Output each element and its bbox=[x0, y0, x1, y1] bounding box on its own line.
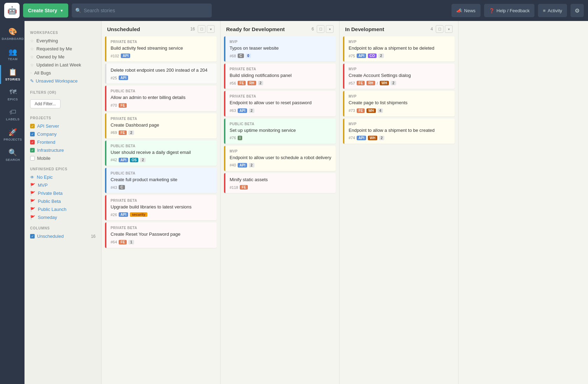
sidebar-item-all-bugs[interactable]: ○ All Bugs bbox=[24, 69, 101, 77]
project-checkbox-mobile bbox=[30, 156, 35, 161]
tag-api: API bbox=[238, 108, 247, 113]
unsaved-workspace-link[interactable]: ✎ Unsaved Workspace bbox=[24, 77, 101, 85]
card-75[interactable]: MVP Endpoint to allow a shipment to be d… bbox=[343, 36, 455, 62]
card-meta: #63 API 2 bbox=[230, 108, 331, 113]
card-70[interactable]: PUBLIC BETA Allow an admin to enter bill… bbox=[105, 86, 217, 111]
card-68[interactable]: MVP Typos on teaser website #68 C 0 bbox=[224, 36, 336, 62]
sidebar-item-stories[interactable]: 📋 STORIES bbox=[0, 65, 24, 84]
column-unscheduled: Unscheduled 16 ☐ ▾ PRIVATE BETA Build ac… bbox=[102, 21, 220, 384]
sidebar-item-epics[interactable]: 🗺 EPICS bbox=[0, 85, 24, 104]
count-badge: 2 bbox=[128, 130, 134, 135]
card-id: #76 bbox=[230, 136, 236, 140]
column-unscheduled[interactable]: ✓ Unscheduled 16 bbox=[24, 232, 101, 240]
card-76[interactable]: PUBLIC BETA Set up uptime monitoring ser… bbox=[224, 119, 336, 144]
card-epic: PRIVATE BETA bbox=[230, 94, 331, 98]
column-title-indev: In Development bbox=[345, 26, 428, 32]
projects-icon: 🚀 bbox=[8, 128, 17, 136]
search-nav-icon: 🔍 bbox=[8, 148, 17, 157]
tag-os: OS bbox=[130, 158, 138, 162]
card-epic: PUBLIC BETA bbox=[111, 89, 212, 93]
sidebar-item-updated-last-week[interactable]: ☆ Updated in Last Week bbox=[24, 61, 101, 69]
sidebar-item-team[interactable]: 👥 TEAM bbox=[0, 45, 24, 64]
sidebar-item-labels[interactable]: 🏷 LABELS bbox=[0, 105, 24, 124]
epic-public-launch[interactable]: 🚩 Public Launch bbox=[24, 205, 101, 213]
project-api-server[interactable]: ✓ API Server bbox=[24, 122, 101, 130]
card-title: Endpoint to allow a shipment to be creat… bbox=[349, 127, 450, 134]
tag-fe: FE bbox=[119, 240, 127, 244]
tag-c: C bbox=[238, 54, 244, 58]
tag-rh: RH bbox=[366, 81, 375, 85]
sidebar-item-dashboard[interactable]: 🎨 DASHBOARD bbox=[0, 24, 24, 43]
help-feedback-button[interactable]: ❓ Help / Feedback bbox=[484, 4, 535, 17]
settings-button[interactable]: ⚙ bbox=[570, 4, 584, 17]
card-25[interactable]: Delete robot endpoint uses 200 instead o… bbox=[105, 64, 217, 84]
card-102[interactable]: PRIVATE BETA Build activity feed streami… bbox=[105, 36, 217, 62]
card-43[interactable]: PUBLIC BETA Create full product marketin… bbox=[105, 168, 217, 193]
card-57[interactable]: MVP Create Account Settings dialog #57 F… bbox=[343, 64, 455, 89]
card-73[interactable]: MVP Create page to list shipments #73 FE… bbox=[343, 91, 455, 116]
unsaved-workspace-label: Unsaved Workspace bbox=[36, 78, 78, 84]
card-title: Endpoint to allow user to schedule a rob… bbox=[230, 155, 331, 161]
card-63[interactable]: PRIVATE BETA Endpoint to allow user to r… bbox=[224, 91, 336, 116]
card-118[interactable]: Minify static assets #118 FE bbox=[224, 173, 336, 193]
sidebar-item-search[interactable]: 🔍 SEARCH bbox=[0, 145, 24, 164]
epic-no-epic[interactable]: 👁 No Epic bbox=[24, 173, 101, 181]
card-40[interactable]: MVP Endpoint to allow user to schedule a… bbox=[224, 146, 336, 171]
dashboard-label: DASHBOARD bbox=[2, 37, 24, 41]
projects-title: PROJECTS bbox=[24, 116, 101, 120]
sidebar-item-owned-by-me[interactable]: ☆ Owned by Me bbox=[24, 53, 101, 61]
epic-no-epic-label: No Epic bbox=[37, 175, 53, 180]
sidebar-item-everything[interactable]: ☆ Everything bbox=[24, 37, 101, 45]
card-title: Create page to list shipments bbox=[349, 100, 450, 106]
column-menu-btn-ready[interactable]: ▾ bbox=[326, 25, 334, 33]
card-74[interactable]: MVP Endpoint to allow a shipment to be c… bbox=[343, 119, 455, 144]
card-26[interactable]: PRIVATE BETA Upgrade build libraries to … bbox=[105, 195, 217, 220]
add-filter-button[interactable]: Add Filter... bbox=[30, 99, 61, 108]
count-badge: 2 bbox=[140, 158, 146, 162]
project-checkbox-company: ✓ bbox=[30, 132, 35, 136]
create-story-button[interactable]: Create Story ▼ bbox=[23, 3, 68, 17]
star-icon: ☆ bbox=[30, 63, 34, 67]
column-checkbox-btn-indev[interactable]: ☐ bbox=[436, 25, 443, 33]
tag-i: I bbox=[238, 136, 242, 140]
card-id: #64 bbox=[111, 240, 117, 244]
column-menu-btn-unscheduled[interactable]: ▾ bbox=[207, 25, 215, 33]
search-input[interactable] bbox=[72, 3, 212, 17]
card-id: #68 bbox=[230, 54, 236, 58]
project-frontend[interactable]: ✓ Frontend bbox=[24, 138, 101, 146]
card-64[interactable]: PRIVATE BETA Create Reset Your Password … bbox=[105, 222, 217, 248]
activity-button[interactable]: ≡ Activity bbox=[538, 4, 567, 17]
tag-co: CO bbox=[368, 54, 377, 58]
card-meta: #76 I bbox=[230, 136, 331, 140]
epic-mvp[interactable]: 🚩 MVP bbox=[24, 181, 101, 189]
epic-private-beta[interactable]: 🚩 Private Beta bbox=[24, 189, 101, 197]
card-epic: MVP bbox=[230, 149, 331, 153]
project-company[interactable]: ✓ Company bbox=[24, 130, 101, 138]
project-mobile[interactable]: Mobile bbox=[24, 154, 101, 162]
logo-button[interactable]: 🤖 bbox=[4, 3, 20, 18]
column-count-indev: 4 bbox=[430, 27, 433, 31]
epic-mvp-label: MVP bbox=[38, 183, 48, 188]
column-header-ready: Ready for Development 6 ☐ ▾ bbox=[220, 21, 339, 36]
column-checkbox-btn-unscheduled[interactable]: ☐ bbox=[198, 25, 205, 33]
sidebar-item-requested-by-me[interactable]: ☆ Requested by Me bbox=[24, 45, 101, 53]
main-layout: 🎨 DASHBOARD 👥 TEAM 📋 STORIES 🗺 EPICS 🏷 L… bbox=[0, 21, 588, 384]
column-checkbox-btn-ready[interactable]: ☐ bbox=[317, 25, 324, 33]
search-wrapper: 🔍 bbox=[72, 3, 212, 17]
tag-api: API bbox=[238, 163, 247, 168]
cards-indev: MVP Endpoint to allow a shipment to be d… bbox=[340, 36, 458, 384]
tag-wh: WH bbox=[368, 136, 377, 140]
card-56[interactable]: PRIVATE BETA Build sliding notifications… bbox=[224, 64, 336, 89]
card-69[interactable]: PRIVATE BETA Create Dashboard page #69 F… bbox=[105, 113, 217, 138]
project-infrastructure[interactable]: ✓ Infrastructure bbox=[24, 146, 101, 154]
sidebar-item-projects[interactable]: 🚀 PROJECTS bbox=[0, 125, 24, 144]
card-42[interactable]: PUBLIC BETA User should receive a daily … bbox=[105, 141, 217, 166]
card-meta: #118 FE bbox=[230, 185, 331, 190]
epic-someday[interactable]: 🚩 Someday bbox=[24, 213, 101, 221]
epic-public-beta[interactable]: 🚩 Public Beta bbox=[24, 197, 101, 205]
card-epic: PRIVATE BETA bbox=[111, 117, 212, 121]
news-button[interactable]: 📣 News bbox=[451, 4, 481, 17]
card-title: Endpoint to allow user to reset password bbox=[230, 100, 331, 106]
labels-label: LABELS bbox=[6, 118, 20, 121]
column-menu-btn-indev[interactable]: ▾ bbox=[445, 25, 453, 33]
